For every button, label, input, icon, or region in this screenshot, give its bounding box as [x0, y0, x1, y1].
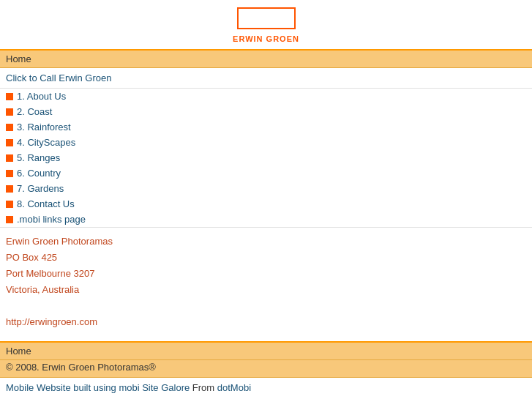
address-line2: PO Box 425 — [6, 250, 526, 266]
bullet-icon — [6, 124, 13, 131]
address-line4: Victoria, Australia — [6, 282, 526, 298]
list-item: 2. Coast — [0, 104, 532, 119]
menu-link-gardens[interactable]: 7. Gardens — [17, 183, 64, 194]
list-item: 7. Gardens — [0, 181, 532, 196]
bullet-icon — [6, 201, 13, 208]
menu-link-mobi[interactable]: .mobi links page — [17, 214, 86, 225]
bullet-icon — [6, 139, 13, 146]
bullet-icon — [6, 154, 13, 162]
footer-nav-label: Home — [6, 346, 31, 357]
click-call-link[interactable]: Click to Call Erwin Groen — [6, 72, 112, 83]
address-line1: Erwin Groen Photoramas — [6, 234, 526, 250]
bullet-icon — [6, 170, 13, 177]
footer-copyright: © 2008. Erwin Groen Photoramas® — [0, 360, 532, 378]
dotmobi-link[interactable]: dotMobi — [217, 382, 251, 393]
address-block: Erwin Groen Photoramas PO Box 425 Port M… — [0, 228, 532, 343]
menu-link-cityscapes[interactable]: 4. CityScapes — [17, 137, 75, 148]
address-spacer — [6, 298, 526, 314]
mobi-from-text: From — [192, 382, 217, 393]
address-line3: Port Melbourne 3207 — [6, 266, 526, 282]
list-item: .mobi links page — [0, 212, 532, 227]
bullet-icon — [6, 185, 13, 193]
list-item: 3. Rainforest — [0, 119, 532, 135]
site-header: ERWIN GROEN — [0, 0, 532, 51]
footer-mobi-section: Mobile Website built using mobi Site Gal… — [0, 378, 532, 398]
list-item: 5. Ranges — [0, 150, 532, 165]
brand-name: ERWIN GROEN — [0, 34, 532, 43]
bullet-icon — [6, 93, 13, 100]
menu-link-country[interactable]: 6. Country — [17, 168, 61, 179]
menu-link-rainforest[interactable]: 3. Rainforest — [17, 122, 71, 133]
copyright-text: © 2008. Erwin Groen Photoramas® — [6, 362, 156, 373]
footer-nav-bar: Home — [0, 343, 532, 360]
list-item: 8. Contact Us — [0, 196, 532, 212]
bullet-icon — [6, 108, 13, 116]
address-url[interactable]: http://erwingroen.com — [6, 314, 526, 330]
menu-link-about[interactable]: 1. About Us — [17, 91, 66, 102]
main-content: Click to Call Erwin Groen 1. About Us 2.… — [0, 68, 532, 343]
mobi-site-galore-link[interactable]: Mobile Website built using mobi Site Gal… — [6, 382, 190, 393]
nav-bar-label: Home — [6, 53, 31, 64]
list-item: 6. Country — [0, 165, 532, 181]
click-call-section: Click to Call Erwin Groen — [0, 68, 532, 89]
bullet-icon — [6, 216, 13, 223]
logo-box — [237, 7, 296, 29]
menu-link-ranges[interactable]: 5. Ranges — [17, 152, 60, 163]
list-item: 1. About Us — [0, 89, 532, 104]
nav-bar: Home — [0, 51, 532, 68]
menu-link-contact[interactable]: 8. Contact Us — [17, 198, 75, 209]
menu-link-coast[interactable]: 2. Coast — [17, 106, 52, 117]
list-item: 4. CityScapes — [0, 135, 532, 150]
navigation-menu: 1. About Us 2. Coast 3. Rainforest 4. Ci… — [0, 89, 532, 228]
